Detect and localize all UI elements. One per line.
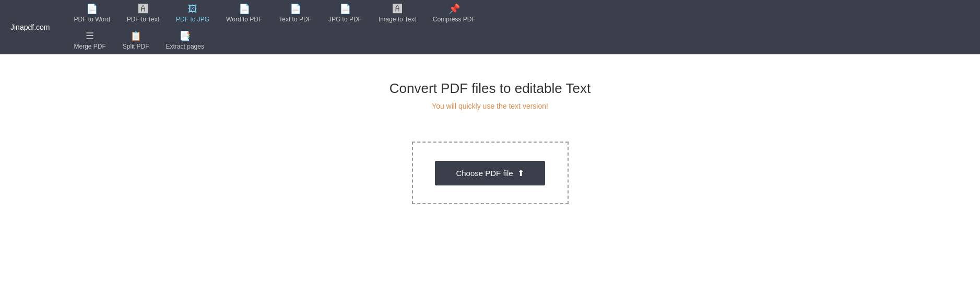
nav-item-merge-pdf[interactable]: ☰Merge PDF	[65, 27, 114, 54]
compress-pdf-icon: 📌	[448, 4, 460, 14]
jpg-to-pdf-label: JPG to PDF	[328, 16, 362, 23]
pdf-to-word-icon: 📄	[86, 4, 98, 14]
nav-item-pdf-to-text[interactable]: 🅰PDF to Text	[119, 0, 168, 27]
merge-pdf-icon: ☰	[86, 31, 94, 41]
jpg-to-pdf-icon: 📄	[339, 4, 351, 14]
word-to-pdf-label: Word to PDF	[226, 16, 262, 23]
word-to-pdf-icon: 📄	[239, 4, 250, 14]
nav-item-jpg-to-pdf[interactable]: 📄JPG to PDF	[320, 0, 370, 27]
pdf-to-word-label: PDF to Word	[74, 16, 110, 23]
drop-zone[interactable]: Choose PDF file ⬆	[412, 142, 569, 204]
nav-item-text-to-pdf[interactable]: 📄Text to PDF	[270, 0, 320, 27]
text-to-pdf-icon: 📄	[290, 4, 301, 14]
extract-pages-icon: 📑	[179, 31, 191, 41]
choose-pdf-button[interactable]: Choose PDF file ⬆	[435, 161, 545, 185]
split-pdf-label: Split PDF	[123, 43, 149, 50]
compress-pdf-label: Compress PDF	[433, 16, 476, 23]
brand-label: Jinapdf.com	[10, 23, 50, 31]
image-to-text-label: Image to Text	[379, 16, 416, 23]
page-subtitle: You will quickly use the text version!	[432, 102, 548, 110]
pdf-to-jpg-icon: 🖼	[188, 4, 197, 14]
main-content: Convert PDF files to editable Text You w…	[0, 54, 980, 204]
nav-item-image-to-text[interactable]: 🅰Image to Text	[370, 0, 424, 27]
nav-item-compress-pdf[interactable]: 📌Compress PDF	[424, 0, 484, 27]
pdf-to-text-icon: 🅰	[138, 4, 148, 14]
page-title: Convert PDF files to editable Text	[389, 80, 591, 97]
choose-pdf-label: Choose PDF file	[456, 169, 513, 178]
text-to-pdf-label: Text to PDF	[279, 16, 312, 23]
pdf-to-text-label: PDF to Text	[127, 16, 159, 23]
pdf-to-jpg-label: PDF to JPG	[176, 16, 209, 23]
nav-item-split-pdf[interactable]: 📋Split PDF	[114, 27, 158, 54]
nav-item-pdf-to-jpg[interactable]: 🖼PDF to JPG	[168, 0, 218, 27]
merge-pdf-label: Merge PDF	[74, 43, 105, 50]
nav-items-wrapper: 📄PDF to Word🅰PDF to Text🖼PDF to JPG📄Word…	[65, 0, 631, 54]
image-to-text-icon: 🅰	[393, 4, 402, 14]
split-pdf-icon: 📋	[130, 31, 141, 41]
nav-row-1: 📄PDF to Word🅰PDF to Text🖼PDF to JPG📄Word…	[65, 0, 631, 27]
nav-item-extract-pages[interactable]: 📑Extract pages	[158, 27, 212, 54]
nav-row-2: ☰Merge PDF📋Split PDF📑Extract pages	[65, 27, 631, 54]
nav-item-pdf-to-word[interactable]: 📄PDF to Word	[65, 0, 118, 27]
nav-item-word-to-pdf[interactable]: 📄Word to PDF	[218, 0, 270, 27]
extract-pages-label: Extract pages	[166, 43, 204, 50]
navbar: Jinapdf.com 📄PDF to Word🅰PDF to Text🖼PDF…	[0, 0, 980, 54]
upload-icon: ⬆	[517, 168, 524, 178]
